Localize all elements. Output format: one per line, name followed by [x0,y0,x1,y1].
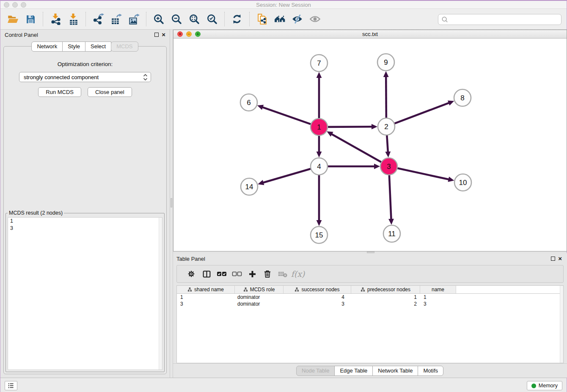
unselect-all-icon [232,270,242,278]
tab-network-table[interactable]: Network Table [372,366,418,376]
column-header-name[interactable]: name [420,286,456,293]
graph-edge-2-8[interactable] [394,103,449,124]
search-field[interactable] [438,14,561,25]
cell-predecessor-nodes[interactable]: 1 [351,294,420,300]
network-canvas[interactable]: 7968124314101511 [173,39,567,251]
graph-edge-arrow [257,105,264,110]
cell-mcds-role[interactable]: dominator [235,294,284,300]
node-table: shared name MCDS role successor nodes [176,285,564,363]
import-table-button[interactable] [65,11,81,27]
hide-details-eye-icon [292,14,303,25]
column-header-successor-nodes[interactable]: successor nodes [284,286,351,293]
zoom-out-icon [171,14,182,25]
tab-network[interactable]: Network [31,41,63,52]
control-panel-tabs: Network Style Select MCDS [0,41,170,52]
cell-successor-nodes[interactable]: 3 [284,301,351,307]
zoom-selected-button[interactable] [204,11,220,27]
column-header-shared-name[interactable]: shared name [177,286,235,293]
export-network-icon [93,14,104,25]
close-panel-icon[interactable]: × [162,33,165,37]
graph-edge-2-9[interactable] [386,76,386,119]
open-session-button[interactable] [5,11,21,27]
refresh-view-button[interactable] [229,11,245,27]
cell-successor-nodes[interactable]: 4 [284,294,351,300]
home-button[interactable] [272,11,288,27]
panel-splitter-vertical[interactable] [170,30,173,378]
main-toolbar [0,9,567,30]
graph-edge-arrow [258,180,264,185]
select-chevrons-icon [143,74,148,81]
column-header-predecessor-nodes[interactable]: predecessor nodes [351,286,420,293]
split-view-icon [202,270,211,279]
graph-edge-4-14[interactable] [263,168,312,183]
graph-edge-arrow [448,177,454,182]
optimization-criterion-select[interactable]: strongly connected component [19,72,151,82]
tab-motifs[interactable]: Motifs [418,366,443,376]
tab-mcds[interactable]: MCDS [111,41,138,52]
float-panel-icon[interactable] [154,33,159,37]
memory-button[interactable]: Memory [527,381,562,390]
result-scrollbar[interactable] [159,218,162,370]
cell-shared-name[interactable]: 3 [177,301,235,307]
graph-edge-3-1[interactable] [331,134,383,163]
export-network-button[interactable] [90,11,106,27]
toolbar-separator [43,12,43,26]
export-image-button[interactable] [126,11,142,27]
cell-shared-name[interactable]: 1 [177,294,235,300]
tab-edge-table[interactable]: Edge Table [334,366,373,376]
table-tabs: Node Table Edge Table Network Table Moti… [173,363,567,378]
export-image-icon [128,14,140,25]
hide-details-button[interactable] [289,11,306,27]
graph-edge-1-2[interactable] [327,127,372,127]
import-network-button[interactable] [47,11,63,27]
trash-icon [263,270,272,278]
table-header-row: shared name MCDS role successor nodes [177,286,563,294]
graph-node-label: 4 [317,163,321,171]
delete-columns-button[interactable] [260,270,275,278]
split-view-button[interactable] [199,270,214,279]
select-all-columns-button[interactable] [214,270,229,278]
cell-mcds-role[interactable]: dominator [235,301,284,307]
graph-edge-arrow [372,124,377,130]
graph-edge-arrow [385,152,391,157]
tab-style[interactable]: Style [62,41,85,52]
show-details-button [307,11,323,27]
duplicate-network-button[interactable] [254,11,270,27]
zoom-selected-icon [206,14,218,25]
tab-node-table[interactable]: Node Table [296,366,335,376]
graph-edge-1-6[interactable] [262,107,312,124]
save-session-button[interactable] [22,11,39,27]
task-history-button[interactable] [5,381,17,390]
column-header-mcds-role[interactable]: MCDS role [235,286,284,293]
close-panel-button[interactable]: Close panel [88,87,132,97]
function-builder-button: f(x) [290,269,306,279]
add-column-button[interactable] [245,270,260,278]
graph-edge-arrow [374,164,380,169]
column-tree-icon [187,287,192,292]
table-settings-button[interactable] [184,270,199,278]
tab-select[interactable]: Select [85,41,111,52]
mcds-result-group: MCDS result (2 nodes) 1 3 [6,210,165,372]
zoom-fit-button[interactable] [186,11,202,27]
mcds-result-text-area[interactable]: 1 3 [8,217,162,370]
zoom-in-button[interactable] [151,11,167,27]
cell-predecessor-nodes[interactable]: 2 [351,301,420,307]
float-table-panel-icon[interactable] [551,257,555,261]
export-table-icon [110,14,122,25]
close-table-panel-icon[interactable]: × [558,257,562,261]
search-input[interactable] [450,17,561,23]
unselect-all-columns-button[interactable] [229,270,245,278]
graph-edge-3-11[interactable] [389,174,391,220]
cell-name[interactable]: 1 [420,294,456,300]
graph-edge-2-3[interactable] [387,134,388,152]
control-panel-title: Control Panel [5,32,38,38]
graph-edge-arrow [448,100,454,105]
zoom-out-button[interactable] [168,11,184,27]
duplicate-network-icon [256,14,268,25]
graph-edge-3-10[interactable] [396,168,449,179]
table-scrollbar[interactable] [560,286,563,363]
export-table-button[interactable] [108,11,124,27]
run-mcds-button[interactable]: Run MCDS [38,87,81,97]
cell-name[interactable]: 3 [420,301,456,307]
splitter-handle[interactable] [171,198,172,207]
